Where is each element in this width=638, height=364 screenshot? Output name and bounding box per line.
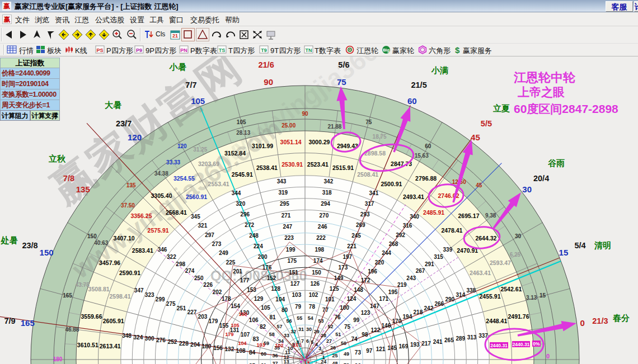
svg-text:15.63: 15.63 xyxy=(415,153,429,159)
svg-text:103: 103 xyxy=(292,292,302,298)
svg-text:341: 341 xyxy=(369,190,379,196)
svg-text:348: 348 xyxy=(122,333,132,339)
svg-text:197: 197 xyxy=(343,254,352,260)
svg-text:315: 315 xyxy=(434,254,443,260)
svg-text:3.13: 3.13 xyxy=(526,295,537,301)
svg-text:249: 249 xyxy=(219,250,228,256)
svg-text:120: 120 xyxy=(177,143,187,149)
svg-text:153: 153 xyxy=(247,287,256,293)
svg-text:322: 322 xyxy=(167,254,176,260)
svg-text:150: 150 xyxy=(238,311,247,317)
svg-text:319: 319 xyxy=(278,190,288,196)
svg-text:立夏: 立夏 xyxy=(492,103,510,113)
svg-text:立秋: 立秋 xyxy=(48,154,66,163)
svg-text:31.25: 31.25 xyxy=(193,146,207,153)
svg-text:295: 295 xyxy=(280,201,289,207)
svg-text:23/8: 23/8 xyxy=(22,241,37,250)
svg-text:2463.41: 2463.41 xyxy=(470,270,491,276)
svg-text:242: 242 xyxy=(424,305,434,311)
svg-text:246: 246 xyxy=(318,224,327,230)
svg-text:15: 15 xyxy=(540,292,546,299)
svg-text:81: 81 xyxy=(269,314,276,320)
svg-text:244: 244 xyxy=(382,250,391,256)
svg-text:132: 132 xyxy=(225,346,234,352)
svg-text:266: 266 xyxy=(434,301,444,307)
svg-text:26: 26 xyxy=(330,345,336,351)
svg-text:105: 105 xyxy=(237,119,246,125)
svg-text:3152.84: 3152.84 xyxy=(224,150,246,157)
svg-text:33: 33 xyxy=(284,333,289,338)
svg-text:202: 202 xyxy=(213,289,222,295)
svg-text:345: 345 xyxy=(191,214,200,220)
svg-text:TS: TS xyxy=(219,48,226,53)
svg-text:219: 219 xyxy=(397,282,407,288)
svg-text:179: 179 xyxy=(209,318,218,324)
svg-text:148: 148 xyxy=(354,287,363,293)
svg-text:30: 30 xyxy=(306,327,312,332)
svg-text:172: 172 xyxy=(361,277,370,283)
svg-text:55: 55 xyxy=(297,315,302,321)
svg-text:323: 323 xyxy=(145,292,154,298)
svg-text:267: 267 xyxy=(416,268,425,274)
svg-text:46.88: 46.88 xyxy=(65,327,79,333)
svg-text:76: 76 xyxy=(334,314,341,320)
svg-text:170: 170 xyxy=(392,318,402,324)
svg-text:171: 171 xyxy=(379,296,388,302)
svg-text:30: 30 xyxy=(522,185,532,194)
svg-text:15: 15 xyxy=(559,248,569,257)
svg-text:275: 275 xyxy=(166,301,176,307)
svg-text:0%: 0% xyxy=(533,341,540,347)
svg-text:27: 27 xyxy=(326,338,332,344)
svg-text:222: 222 xyxy=(316,235,326,241)
svg-text:101: 101 xyxy=(293,342,301,348)
svg-text:78: 78 xyxy=(309,304,316,310)
svg-text:203: 203 xyxy=(198,314,208,320)
svg-text:224: 224 xyxy=(254,243,263,249)
svg-text:23/7: 23/7 xyxy=(116,119,132,128)
svg-text:60度区间2847-2898: 60度区间2847-2898 xyxy=(514,102,618,115)
svg-text:342: 342 xyxy=(324,178,334,185)
svg-text:165: 165 xyxy=(21,318,35,328)
svg-text:338: 338 xyxy=(466,287,476,294)
svg-text:Big: Big xyxy=(383,48,390,53)
svg-text:180: 180 xyxy=(202,343,212,349)
svg-text:45: 45 xyxy=(471,133,480,142)
svg-text:195: 195 xyxy=(388,289,398,295)
svg-text:2568.41: 2568.41 xyxy=(166,209,187,216)
svg-text:321: 321 xyxy=(198,223,208,229)
svg-text:101: 101 xyxy=(325,296,335,302)
svg-text:32: 32 xyxy=(290,329,296,334)
svg-text:2523.41: 2523.41 xyxy=(307,161,329,168)
svg-text:105: 105 xyxy=(191,96,205,106)
svg-text:2575.91: 2575.91 xyxy=(148,227,169,234)
svg-text:60: 60 xyxy=(407,96,417,106)
svg-text:2542.61: 2542.61 xyxy=(500,286,522,292)
svg-text:226: 226 xyxy=(203,282,213,288)
svg-text:104: 104 xyxy=(275,296,285,302)
svg-text:2613.41: 2613.41 xyxy=(100,343,121,349)
svg-text:2485.91: 2485.91 xyxy=(423,209,444,216)
svg-text:218: 218 xyxy=(414,309,423,315)
svg-text:97: 97 xyxy=(366,348,373,354)
svg-text:274: 274 xyxy=(185,268,195,274)
svg-text:28: 28 xyxy=(321,333,326,338)
svg-text:200: 200 xyxy=(258,254,268,260)
svg-text:56: 56 xyxy=(286,318,292,324)
svg-text:105: 105 xyxy=(231,323,239,328)
svg-text:4: 4 xyxy=(315,342,318,347)
svg-text:25.00: 25.00 xyxy=(282,122,295,129)
svg-text:5/4: 5/4 xyxy=(574,241,585,250)
svg-text:3559.66: 3559.66 xyxy=(81,313,102,320)
svg-text:2448.41: 2448.41 xyxy=(486,318,507,324)
svg-text:54: 54 xyxy=(308,315,313,321)
svg-text:270: 270 xyxy=(320,212,329,219)
svg-text:21: 21 xyxy=(172,33,178,39)
svg-text:107: 107 xyxy=(241,332,250,338)
svg-text:324: 324 xyxy=(134,334,143,341)
svg-text:37.50: 37.50 xyxy=(121,202,135,209)
svg-text:314: 314 xyxy=(456,292,465,298)
svg-text:3254.55: 3254.55 xyxy=(173,175,195,182)
svg-text:294: 294 xyxy=(321,201,330,207)
svg-text:223: 223 xyxy=(284,235,294,241)
svg-text:57: 57 xyxy=(277,324,283,329)
